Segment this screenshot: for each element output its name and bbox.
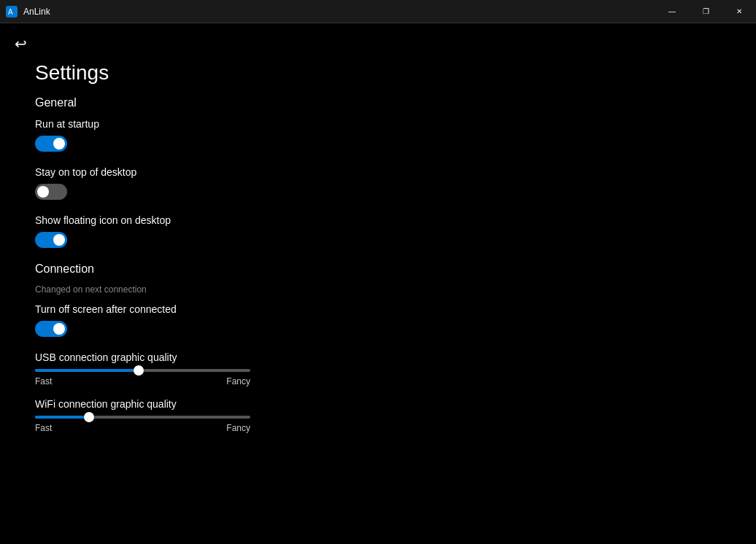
wifi-quality-setting: WiFi connection graphic quality Fast Fan…: [35, 398, 721, 433]
show-floating-icon-toggle-knob: [53, 234, 65, 246]
show-floating-icon-label: Show floating icon on desktop: [35, 214, 721, 226]
usb-quality-label: USB connection graphic quality: [35, 351, 721, 363]
stay-on-top-toggle[interactable]: [35, 184, 67, 200]
app-icon: A: [6, 6, 18, 18]
titlebar: A AnLink — ❐ ✕: [0, 0, 756, 23]
wifi-quality-slider-container: [35, 416, 250, 419]
usb-quality-slider-container: [35, 369, 250, 372]
run-at-startup-label: Run at startup: [35, 118, 721, 130]
turn-off-screen-toggle-knob: [53, 323, 65, 335]
usb-quality-slider-thumb[interactable]: [134, 365, 144, 376]
wifi-quality-min-label: Fast: [35, 423, 52, 433]
run-at-startup-toggle-knob: [53, 138, 65, 149]
usb-quality-setting: USB connection graphic quality Fast Fanc…: [35, 351, 721, 386]
wifi-quality-label: WiFi connection graphic quality: [35, 398, 721, 410]
close-button[interactable]: ✕: [722, 0, 756, 23]
usb-quality-slider-track[interactable]: [35, 369, 250, 372]
show-floating-icon-setting: Show floating icon on desktop: [35, 214, 721, 251]
wifi-quality-slider-labels: Fast Fancy: [35, 423, 250, 433]
titlebar-controls: — ❐ ✕: [655, 0, 756, 23]
run-at-startup-toggle-container: [35, 136, 67, 152]
run-at-startup-toggle[interactable]: [35, 136, 67, 152]
stay-on-top-setting: Stay on top of desktop: [35, 166, 721, 203]
usb-quality-max-label: Fancy: [226, 376, 250, 386]
wifi-quality-slider-thumb[interactable]: [84, 412, 94, 422]
usb-quality-slider-labels: Fast Fancy: [35, 376, 250, 386]
connection-note: Changed on next connection: [35, 284, 721, 295]
usb-quality-min-label: Fast: [35, 376, 52, 386]
settings-content: Settings General Run at startup Stay on …: [0, 61, 756, 544]
restore-button[interactable]: ❐: [689, 0, 722, 23]
turn-off-screen-toggle[interactable]: [35, 321, 67, 337]
titlebar-left: A AnLink: [6, 6, 50, 18]
show-floating-icon-toggle[interactable]: [35, 232, 67, 248]
wifi-quality-slider-filled: [35, 416, 89, 419]
back-arrow-icon: ↩: [15, 35, 27, 53]
general-section-title: General: [35, 96, 721, 109]
wifi-quality-slider-track[interactable]: [35, 416, 250, 419]
stay-on-top-toggle-knob: [37, 186, 49, 198]
connection-section-title: Connection: [35, 263, 721, 276]
wifi-quality-max-label: Fancy: [226, 423, 250, 433]
page-title: Settings: [35, 61, 721, 85]
app-title: AnLink: [23, 7, 50, 17]
turn-off-screen-label: Turn off screen after connected: [35, 303, 721, 315]
run-at-startup-setting: Run at startup: [35, 118, 721, 155]
turn-off-screen-setting: Turn off screen after connected: [35, 303, 721, 340]
stay-on-top-toggle-container: [35, 184, 67, 200]
turn-off-screen-toggle-container: [35, 321, 67, 337]
show-floating-icon-toggle-container: [35, 232, 67, 248]
stay-on-top-label: Stay on top of desktop: [35, 166, 721, 178]
back-button[interactable]: ↩: [6, 29, 35, 58]
svg-text:A: A: [8, 8, 13, 16]
usb-quality-slider-filled: [35, 369, 139, 372]
minimize-button[interactable]: —: [655, 0, 689, 23]
